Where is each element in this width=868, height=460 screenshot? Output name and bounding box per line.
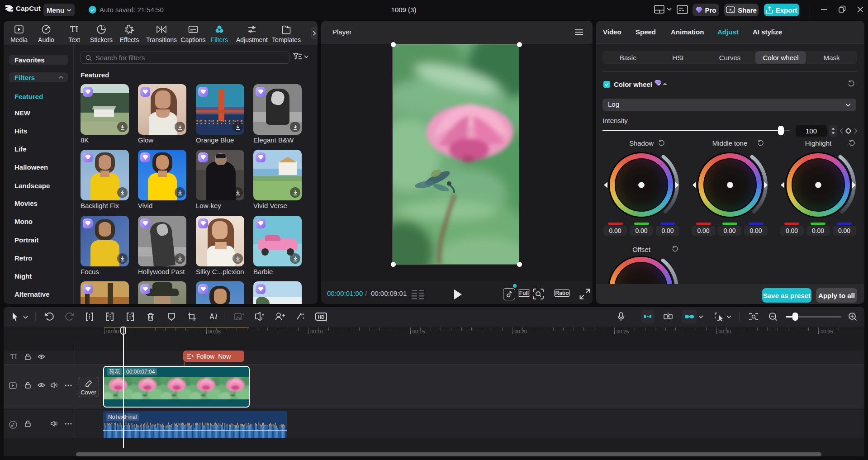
svg-text:HD: HD [318, 315, 324, 320]
svg-text:TI: TI [10, 353, 17, 360]
svg-text:TI: TI [70, 24, 78, 34]
